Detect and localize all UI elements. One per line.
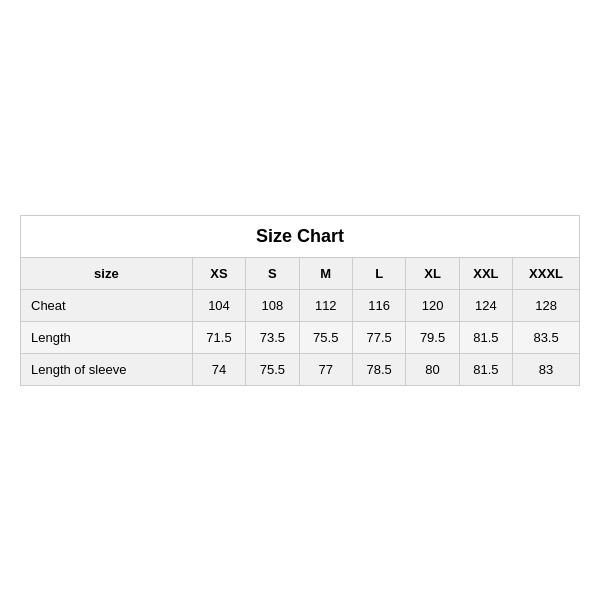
title-row: Size Chart xyxy=(21,215,580,257)
data-cell: 120 xyxy=(406,289,459,321)
data-cell: 83.5 xyxy=(513,321,580,353)
header-cell: XXXL xyxy=(513,257,580,289)
data-cell: 74 xyxy=(192,353,245,385)
header-row: sizeXSSMLXLXXLXXXL xyxy=(21,257,580,289)
row-label: Cheat xyxy=(21,289,193,321)
data-cell: 75.5 xyxy=(299,321,352,353)
header-cell: S xyxy=(246,257,299,289)
data-cell: 81.5 xyxy=(459,353,512,385)
data-cell: 81.5 xyxy=(459,321,512,353)
header-cell: L xyxy=(352,257,405,289)
data-cell: 124 xyxy=(459,289,512,321)
data-cell: 77 xyxy=(299,353,352,385)
data-cell: 104 xyxy=(192,289,245,321)
header-cell: size xyxy=(21,257,193,289)
data-cell: 112 xyxy=(299,289,352,321)
size-chart-container: Size Chart sizeXSSMLXLXXLXXXL Cheat10410… xyxy=(20,215,580,386)
data-cell: 79.5 xyxy=(406,321,459,353)
data-cell: 116 xyxy=(352,289,405,321)
header-cell: XL xyxy=(406,257,459,289)
table-row: Cheat104108112116120124128 xyxy=(21,289,580,321)
data-cell: 108 xyxy=(246,289,299,321)
table-row: Length71.573.575.577.579.581.583.5 xyxy=(21,321,580,353)
header-cell: XXL xyxy=(459,257,512,289)
data-cell: 75.5 xyxy=(246,353,299,385)
data-cell: 71.5 xyxy=(192,321,245,353)
data-cell: 83 xyxy=(513,353,580,385)
table-title: Size Chart xyxy=(21,215,580,257)
data-cell: 128 xyxy=(513,289,580,321)
size-chart-table: Size Chart sizeXSSMLXLXXLXXXL Cheat10410… xyxy=(20,215,580,386)
data-cell: 73.5 xyxy=(246,321,299,353)
row-label: Length of sleeve xyxy=(21,353,193,385)
table-row: Length of sleeve7475.57778.58081.583 xyxy=(21,353,580,385)
data-cell: 78.5 xyxy=(352,353,405,385)
data-cell: 77.5 xyxy=(352,321,405,353)
row-label: Length xyxy=(21,321,193,353)
header-cell: XS xyxy=(192,257,245,289)
data-cell: 80 xyxy=(406,353,459,385)
header-cell: M xyxy=(299,257,352,289)
